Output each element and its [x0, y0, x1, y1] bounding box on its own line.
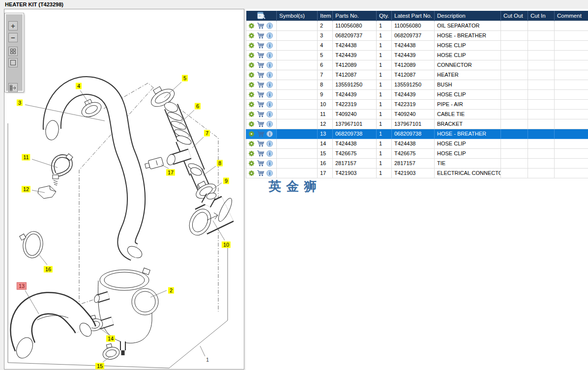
cell-description: CONNECTOR	[435, 60, 501, 70]
callout-label-6[interactable]: 6	[195, 103, 201, 110]
gear-icon[interactable]	[248, 32, 255, 39]
table-row[interactable]: i 13 068209738 1 068209738 HOSE - BREATH…	[246, 129, 588, 139]
send-to-list-button[interactable]	[8, 83, 18, 92]
cell-qty: 1	[377, 119, 392, 129]
info-icon[interactable]: i	[266, 170, 273, 176]
cart-icon[interactable]	[257, 91, 265, 98]
callout-label-7[interactable]: 7	[204, 130, 210, 137]
gear-icon[interactable]	[248, 42, 255, 49]
gear-icon[interactable]	[248, 160, 255, 167]
info-icon[interactable]: i	[266, 141, 273, 147]
table-row[interactable]: i 17 T421903 1 T421903 ELECTRICAL CONNEC…	[246, 168, 588, 178]
table-row[interactable]: i 9 T424439 1 T424439 HOSE CLIP	[246, 89, 588, 99]
callout-label-13[interactable]: 13	[17, 283, 27, 290]
table-row[interactable]: i 14 T424438 1 T424438 HOSE CLIP	[246, 139, 588, 148]
cell-latest-part-no: T426675	[392, 148, 435, 158]
callout-label-2[interactable]: 2	[168, 287, 174, 294]
cell-qty: 1	[377, 139, 392, 148]
table-row[interactable]: i 3 068209737 1 068209737 HOSE - BREATHE…	[246, 30, 588, 40]
info-icon[interactable]: i	[266, 91, 273, 98]
callout-label-12[interactable]: 12	[22, 186, 30, 193]
zoom-out-button[interactable]: −	[8, 33, 18, 42]
cart-icon[interactable]	[257, 131, 265, 137]
table-row[interactable]: i 2 110056080 1 110056080 OIL SEPARATOR	[246, 21, 588, 30]
callout-label-9[interactable]: 9	[223, 178, 229, 184]
gear-icon[interactable]	[248, 150, 255, 157]
callout-label-4[interactable]: 4	[76, 83, 82, 89]
info-icon[interactable]: i	[266, 62, 273, 68]
info-icon[interactable]: i	[266, 42, 273, 49]
cart-icon[interactable]	[257, 23, 265, 29]
table-row[interactable]: i 7 T412087 1 T412087 HEATER	[246, 70, 588, 80]
gear-icon[interactable]	[248, 121, 255, 127]
gear-icon[interactable]	[248, 111, 255, 117]
gear-icon[interactable]	[248, 91, 255, 98]
callout-label-11[interactable]: 11	[22, 154, 30, 161]
cart-icon[interactable]	[257, 101, 265, 108]
cell-qty: 1	[377, 70, 392, 80]
info-icon[interactable]: i	[266, 150, 273, 157]
cart-icon[interactable]	[257, 160, 265, 167]
cart-icon[interactable]	[257, 32, 265, 39]
callout-label-5[interactable]: 5	[182, 75, 188, 82]
info-icon[interactable]: i	[266, 23, 273, 29]
cart-icon[interactable]	[257, 72, 265, 78]
info-icon[interactable]: i	[266, 52, 273, 58]
zoom-in-button[interactable]: +	[8, 21, 18, 30]
cell-symbols	[277, 89, 318, 99]
gear-icon[interactable]	[248, 23, 255, 29]
fit-view-button[interactable]	[8, 58, 18, 67]
cell-symbols	[277, 70, 318, 80]
tile-view-button[interactable]	[8, 47, 18, 56]
cart-icon[interactable]	[257, 170, 265, 176]
table-row[interactable]: i 16 2817157 1 2817157 TIE	[246, 158, 588, 168]
info-icon[interactable]: i	[266, 131, 273, 137]
table-row[interactable]: i 8 135591250 1 135591250 BUSH	[246, 80, 588, 89]
cell-description: HOSE CLIP	[435, 148, 501, 158]
cart-icon[interactable]	[257, 150, 265, 157]
callout-label-15[interactable]: 15	[95, 363, 104, 370]
table-row[interactable]: i 6 T412089 1 T412089 CONNECTOR	[246, 60, 588, 70]
callout-label-3[interactable]: 3	[17, 100, 23, 106]
info-icon[interactable]: i	[266, 160, 273, 167]
info-icon[interactable]: i	[266, 101, 273, 108]
gear-icon[interactable]	[248, 62, 255, 68]
callout-label-14[interactable]: 14	[106, 336, 115, 342]
table-row[interactable]: i 12 137967101 1 137967101 BRACKET	[246, 119, 588, 129]
row-actions: i	[248, 32, 276, 39]
table-row[interactable]: i 4 T424438 1 T424438 HOSE CLIP	[246, 40, 588, 50]
info-icon[interactable]: i	[266, 111, 273, 117]
table-row[interactable]: i 5 T424439 1 T424439 HOSE CLIP	[246, 50, 588, 60]
row-actions: i	[248, 101, 276, 108]
gear-icon[interactable]	[248, 101, 255, 108]
cart-icon[interactable]	[257, 111, 265, 117]
table-row[interactable]: i 15 T426675 1 T426675 HOSE CLIP	[246, 148, 588, 158]
gear-icon[interactable]	[248, 72, 255, 78]
cart-icon[interactable]	[257, 52, 265, 58]
gear-icon[interactable]	[248, 131, 255, 137]
info-icon[interactable]: i	[266, 32, 273, 39]
info-icon[interactable]: i	[266, 82, 273, 88]
cell-comment	[555, 89, 588, 99]
info-icon[interactable]: i	[266, 72, 273, 78]
gear-icon[interactable]	[248, 141, 255, 147]
callout-label-8[interactable]: 8	[217, 160, 223, 167]
callout-label-16[interactable]: 16	[44, 266, 53, 273]
cart-icon[interactable]	[257, 121, 265, 127]
callout-label-10[interactable]: 10	[222, 242, 231, 248]
table-row[interactable]: i 10 T422319 1 T422319 PIPE - AIR	[246, 99, 588, 109]
cart-icon[interactable]	[257, 42, 265, 49]
gear-icon[interactable]	[248, 82, 255, 88]
svg-text:i: i	[269, 33, 270, 38]
gear-icon[interactable]	[248, 170, 255, 176]
info-icon[interactable]: i	[266, 121, 273, 127]
callout-label-17[interactable]: 17	[166, 170, 175, 176]
cell-qty: 1	[377, 109, 392, 119]
gear-icon[interactable]	[248, 52, 255, 58]
cart-icon[interactable]	[257, 141, 265, 147]
cart-icon[interactable]	[257, 62, 265, 68]
cart-icon[interactable]	[257, 82, 265, 88]
cell-cut-in	[528, 50, 555, 60]
cell-latest-part-no: T412087	[392, 70, 435, 80]
table-row[interactable]: i 11 T409240 1 T409240 CABLE TIE	[246, 109, 588, 119]
